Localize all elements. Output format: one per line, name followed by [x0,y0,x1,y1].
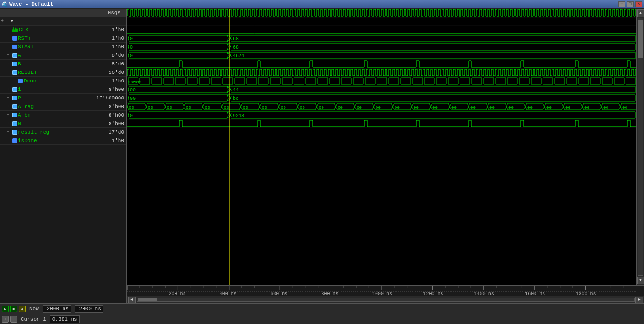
signal-name: A_bm [18,112,88,118]
bus-icon [12,87,17,92]
status-icon-2[interactable]: ■ [10,306,17,312]
signal-row[interactable]: RSTn 1'h0 [0,34,126,43]
clk-icon [12,27,18,32]
signal-panel: Msgs +▾ CLK 1'h0 RSTn 1'h0 START 1'h0 + … [0,9,127,303]
cursor-icon-1[interactable]: + [2,316,9,323]
signal-value: 8'h00 [88,121,126,126]
hscroll-thumb[interactable] [138,298,157,301]
signal-row[interactable]: + B 8'd0 [0,60,126,68]
expand-icon[interactable]: + [7,121,12,126]
signal-name: RESULT [18,70,88,75]
cursor-value: 0.381 ns [50,315,80,323]
now-label: Now [29,306,39,312]
cursor-label: Cursor 1 [21,316,46,322]
wave-with-scroll: ▲ ▼ [127,9,644,285]
maximize-button[interactable]: □ [627,1,634,7]
main-layout: Msgs +▾ CLK 1'h0 RSTn 1'h0 START 1'h0 + … [0,9,644,303]
bus-icon [12,53,17,58]
signal-row[interactable]: +▾ [0,17,126,26]
signal-name: B [18,61,88,67]
signal-row[interactable]: + A 8'd0 [0,51,126,60]
signal-value: 8'h00 [88,87,126,92]
hscroll-right-button[interactable]: ► [635,297,643,303]
signal-row[interactable]: START 1'h0 [0,43,126,51]
expand-icon[interactable]: + [7,113,12,117]
wave-timeline [127,285,644,296]
wave-panel[interactable] [127,9,636,285]
wire-icon [12,138,17,143]
title-bar-controls: − □ × [618,1,642,7]
signal-row[interactable]: + result_reg 17'd0 [0,128,126,136]
group-header-label: ▾ [10,18,126,24]
bus-icon [12,62,17,66]
timeline-canvas [127,286,636,296]
signal-row[interactable]: + P 17'h00000 [0,94,126,102]
title-bar: 🌊 Wave - Default − □ × [0,0,644,9]
horizontal-scrollbar: ◄ ► [127,296,644,303]
signal-name: Done [24,78,88,84]
expand-icon[interactable]: + [7,104,12,109]
signal-name: result_reg [18,129,88,135]
minimize-button[interactable]: − [618,1,625,7]
signal-value: 1'h0 [88,78,126,84]
signal-value: 1'h0 [88,27,126,33]
signal-name: A_reg [18,104,88,109]
signal-value: 8'h00 [88,112,126,118]
bus-icon [12,96,17,100]
wave-main-area: ▲ ▼ ◄ ► [127,9,644,303]
signal-name: RSTn [18,36,88,41]
close-button[interactable]: × [635,1,642,7]
title-bar-left: 🌊 Wave - Default [2,1,53,7]
signal-value: 16'd0 [88,70,126,75]
signal-name: START [18,44,88,50]
status-top: ▶ ■ ◆ Now 2000 ns 2000 ns [0,304,644,314]
expand-icon[interactable]: + [7,62,12,66]
scroll-down-button[interactable]: ▼ [637,277,644,284]
bus-icon [12,104,17,109]
expand-icon[interactable]: + [7,96,12,100]
signal-list: +▾ CLK 1'h0 RSTn 1'h0 START 1'h0 + A 8'd… [0,17,126,303]
bus-icon [12,113,17,117]
signal-header-msgs: Msgs [96,10,124,16]
hscroll-track [137,298,635,302]
signal-name: A [18,53,88,58]
expand-icon[interactable]: + [7,53,12,58]
signal-row[interactable]: - RESULT 16'd0 [0,68,126,77]
signal-value: 8'd0 [88,61,126,67]
scroll-track [638,18,643,276]
wire-icon [12,36,17,41]
signal-value: 17'h00000 [88,95,126,101]
bus-icon [12,121,17,126]
hscroll-left-button[interactable]: ◄ [128,297,136,303]
signal-row[interactable]: + i 8'h00 [0,85,126,94]
signal-value: 1'h0 [88,138,126,144]
signal-name: isDone [18,138,88,144]
signal-header: Msgs [0,9,126,17]
expand-icon[interactable]: + [7,130,12,135]
signal-row[interactable]: + N 8'h00 [0,119,126,128]
group-expand-icon[interactable]: + [1,18,4,24]
signal-name: N [18,121,88,126]
signal-row[interactable]: + A_bm 8'h00 [0,111,126,119]
bus-icon [12,130,17,135]
status-icon-3[interactable]: ◆ [19,306,26,312]
signal-row[interactable]: Done 1'h0 [0,77,126,85]
signal-value: 17'd0 [88,129,126,135]
signal-row[interactable]: + A_reg 8'h00 [0,102,126,111]
wave-icon: 🌊 [2,1,8,7]
expand-icon[interactable]: + [7,87,12,92]
cursor-icon-2[interactable]: − [10,316,17,323]
status-bar: ▶ ■ ◆ Now 2000 ns 2000 ns + − Cursor 1 0… [0,303,644,324]
right-scrollbar: ▲ ▼ [636,9,644,285]
signal-value: 8'h00 [88,104,126,109]
signal-row[interactable]: CLK 1'h0 [0,26,126,34]
signal-value: 1'h0 [88,44,126,50]
expand-icon[interactable]: - [7,70,12,75]
scroll-up-button[interactable]: ▲ [637,9,644,17]
signal-value: 8'd0 [88,53,126,58]
bus-icon [12,70,17,75]
status-icon-1[interactable]: ▶ [2,306,9,312]
signal-row[interactable]: isDone 1'h0 [0,136,126,145]
scroll-thumb[interactable] [638,20,643,58]
signal-value: 1'h0 [88,36,126,41]
